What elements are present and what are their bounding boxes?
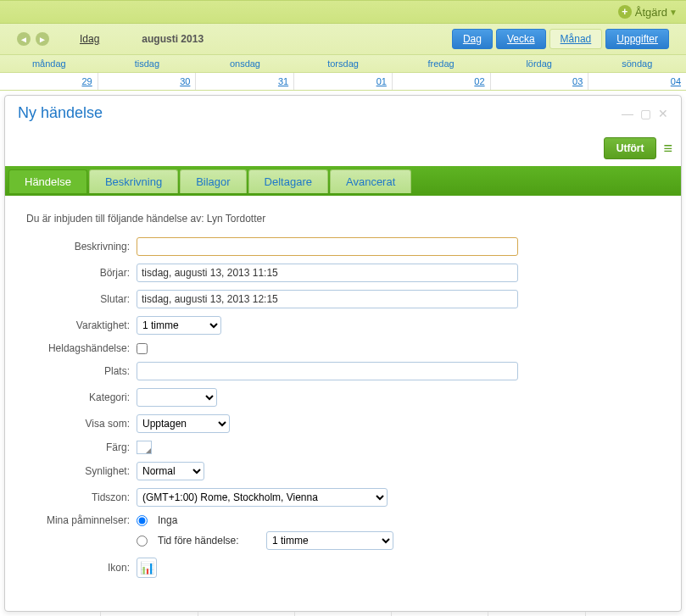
- reminder-before-radio[interactable]: [137, 536, 148, 547]
- weekday-label: måndag: [0, 55, 98, 72]
- label-showas: Visa som:: [26, 418, 137, 430]
- label-category: Kategori:: [26, 391, 137, 403]
- weekday-header: måndag tisdag onsdag torsdag fredag lörd…: [0, 55, 686, 72]
- calendar-toolbar: ◄ ► Idag augusti 2013 Dag Vecka Månad Up…: [0, 24, 686, 55]
- close-icon[interactable]: ✕: [658, 107, 668, 120]
- weekday-label: fredag: [392, 55, 490, 72]
- chevron-down-icon: ▼: [669, 8, 678, 17]
- reminder-time-select[interactable]: 1 timme: [266, 531, 393, 550]
- chart-icon: 📊: [140, 561, 154, 574]
- tab-description[interactable]: Beskrivning: [89, 169, 178, 193]
- reminder-none-radio[interactable]: [137, 515, 148, 526]
- maximize-icon[interactable]: ▢: [640, 107, 651, 120]
- view-tab-tasks[interactable]: Uppgifter: [605, 29, 669, 49]
- day-cell[interactable]: 03: [491, 73, 589, 90]
- menu-icon[interactable]: ≡: [663, 143, 672, 153]
- day-cell[interactable]: 29: [0, 73, 98, 90]
- duration-select[interactable]: 1 timme: [137, 316, 221, 335]
- tab-event[interactable]: Händelse: [8, 169, 87, 193]
- description-input[interactable]: [137, 237, 518, 256]
- weekday-label: onsdag: [196, 55, 294, 72]
- starts-input[interactable]: [137, 264, 518, 282]
- label-duration: Varaktighet:: [26, 319, 137, 331]
- label-allday: Heldagshändelse:: [26, 342, 137, 354]
- next-arrow-icon[interactable]: ►: [36, 32, 49, 46]
- label-starts: Börjar:: [26, 267, 137, 279]
- day-cell[interactable]: 30: [98, 73, 197, 90]
- calendar-topbar: + Åtgärd ▼: [0, 0, 686, 24]
- visibility-select[interactable]: Normal: [137, 462, 204, 480]
- day-cell[interactable]: 31: [196, 73, 294, 90]
- location-input[interactable]: [137, 362, 518, 380]
- weekday-label: lördag: [490, 55, 588, 72]
- color-picker[interactable]: [137, 441, 152, 454]
- label-timezone: Tidszon:: [26, 491, 137, 503]
- weekday-label: tisdag: [98, 55, 197, 72]
- view-tab-month[interactable]: Månad: [549, 29, 603, 49]
- plus-icon: +: [618, 5, 632, 19]
- day-cell[interactable]: 01: [294, 73, 393, 90]
- showas-select[interactable]: Upptagen: [137, 414, 230, 433]
- day-cell[interactable]: 04: [588, 73, 686, 90]
- prev-arrow-icon[interactable]: ◄: [17, 32, 31, 46]
- category-select[interactable]: [137, 388, 217, 407]
- calendar-title: augusti 2013: [142, 33, 204, 45]
- icon-picker[interactable]: 📊: [137, 558, 157, 578]
- minimize-icon[interactable]: —: [622, 107, 633, 120]
- label-location: Plats:: [26, 365, 137, 377]
- weekday-label: torsdag: [294, 55, 393, 72]
- view-tab-week[interactable]: Vecka: [496, 29, 546, 49]
- invited-text: Du är inbjuden till följande händelse av…: [26, 213, 660, 225]
- timezone-select[interactable]: (GMT+1:00) Rome, Stockholm, Vienna: [137, 488, 388, 507]
- allday-checkbox[interactable]: [137, 343, 148, 354]
- reminder-none-label: Inga: [158, 514, 177, 526]
- daynum-row: 29 30 31 01 02 03 04: [0, 72, 686, 91]
- calendar-strip: [4, 612, 682, 616]
- ends-input[interactable]: [137, 290, 518, 308]
- weekday-label: söndag: [588, 55, 686, 72]
- day-cell[interactable]: 02: [393, 73, 491, 90]
- label-icon: Ikon:: [26, 562, 137, 574]
- tab-participants[interactable]: Deltagare: [248, 169, 328, 193]
- today-link[interactable]: Idag: [80, 33, 99, 45]
- tab-attachments[interactable]: Bilagor: [180, 169, 246, 193]
- dialog-header: Ny händelse — ▢ ✕: [5, 96, 681, 130]
- action-menu-label: Åtgärd: [635, 6, 667, 19]
- tab-advanced[interactable]: Avancerat: [330, 169, 411, 193]
- done-button[interactable]: Utfört: [604, 137, 657, 159]
- reminder-before-label: Tid före händelse:: [158, 535, 259, 547]
- dialog-title: Ny händelse: [18, 104, 103, 122]
- label-color: Färg:: [26, 441, 137, 453]
- view-tab-day[interactable]: Dag: [452, 29, 493, 49]
- form-area: Du är inbjuden till följande händelse av…: [5, 196, 681, 611]
- label-reminders: Mina påminnelser:: [26, 514, 137, 526]
- label-ends: Slutar:: [26, 293, 137, 305]
- dialog-toolbar: Utfört ≡: [5, 130, 681, 166]
- label-description: Beskrivning:: [26, 241, 137, 253]
- event-dialog: Ny händelse — ▢ ✕ Utfört ≡ Händelse Besk…: [4, 95, 682, 612]
- tab-bar: Händelse Beskrivning Bilagor Deltagare A…: [5, 166, 681, 193]
- action-menu-button[interactable]: + Åtgärd ▼: [618, 5, 678, 19]
- label-visibility: Synlighet:: [26, 465, 137, 477]
- view-tabs: Dag Vecka Månad Uppgifter: [452, 29, 669, 49]
